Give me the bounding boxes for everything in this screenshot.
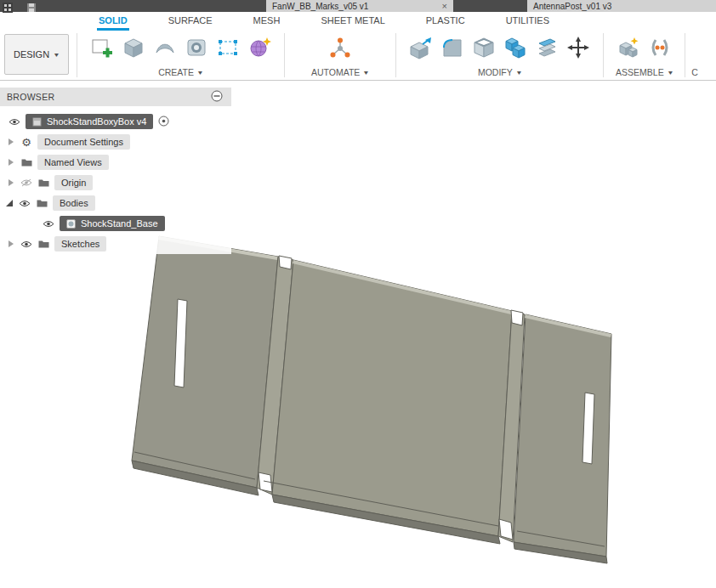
ribbon-tab-mesh[interactable]: MESH xyxy=(252,13,282,31)
tree-label-pill[interactable]: Origin xyxy=(54,175,93,190)
tree-row-document-settings[interactable]: ⚙ Document Settings xyxy=(0,132,231,152)
ribbon-tab-solid[interactable]: SOLID xyxy=(97,13,129,31)
model-slot-cutout xyxy=(582,393,594,464)
move-copy-icon[interactable] xyxy=(565,33,592,62)
body-icon xyxy=(66,219,76,229)
visibility-eye-icon[interactable] xyxy=(19,200,31,207)
save-icon[interactable] xyxy=(26,1,37,11)
toolbar-separator xyxy=(603,33,604,77)
expand-arrow-icon[interactable] xyxy=(7,240,15,248)
new-component-icon[interactable] xyxy=(615,33,642,62)
document-tab[interactable]: FanW_BB_Marks_v05 v1 × xyxy=(266,0,453,12)
component-label-pill[interactable]: ShockStandBoxyBox v4 xyxy=(26,114,153,129)
browser-header: BROWSER xyxy=(0,88,231,106)
document-tab-label: AntennaPost_v01 v3 xyxy=(533,2,611,11)
visibility-eye-icon[interactable] xyxy=(9,118,20,126)
expand-arrow-icon[interactable] xyxy=(7,158,15,167)
visibility-eye-icon[interactable] xyxy=(20,240,32,248)
document-tab-label: FanW_BB_Marks_v05 v1 xyxy=(272,2,368,11)
toolbar: DESIGN ▼ CREATE ▼ xyxy=(0,31,716,81)
assemble-menu[interactable]: ASSEMBLE ▼ xyxy=(615,67,673,78)
folder-icon xyxy=(37,240,49,248)
document-tab[interactable]: AntennaPost_v01 v3 × xyxy=(527,0,716,12)
dropdown-caret-icon: ▼ xyxy=(53,52,60,58)
clipped-menu[interactable]: C xyxy=(691,67,698,78)
fillet-icon[interactable] xyxy=(439,33,466,62)
collapse-browser-icon[interactable] xyxy=(211,90,223,104)
tree-label-pill[interactable]: Document Settings xyxy=(37,134,130,150)
folder-icon xyxy=(37,178,49,187)
ribbon-tab-plastic[interactable]: PLASTIC xyxy=(424,13,467,31)
gear-icon: ⚙ xyxy=(20,137,32,148)
tree-row-sketches[interactable]: Sketches xyxy=(0,234,231,254)
dropdown-caret-icon: ▼ xyxy=(196,70,203,76)
grid-menu-icon[interactable] xyxy=(3,1,13,11)
design-dropdown[interactable]: DESIGN ▼ xyxy=(4,34,69,75)
pattern-icon[interactable] xyxy=(214,33,242,62)
folder-icon xyxy=(36,199,48,207)
browser-panel: BROWSER ShockStandBoxyBox v4 xyxy=(0,88,231,254)
expand-arrow-icon[interactable] xyxy=(7,178,15,187)
toolbar-group-create: CREATE ▼ xyxy=(80,31,281,80)
browser-tree: ShockStandBoxyBox v4 ⚙ Document Settings xyxy=(0,106,231,254)
model-face-right-panel[interactable] xyxy=(514,314,611,557)
tree-row-body[interactable]: ShockStand_Base xyxy=(0,213,231,234)
ribbon-tab-utilities[interactable]: UTILITIES xyxy=(504,13,551,31)
toolbar-separator xyxy=(77,33,77,77)
visibility-eye-off-icon[interactable] xyxy=(20,178,32,187)
extrude-icon[interactable] xyxy=(120,33,147,62)
model-face-left-panel[interactable] xyxy=(132,236,278,488)
configure-icon[interactable] xyxy=(327,33,354,62)
tree-row-bodies[interactable]: Bodies xyxy=(0,193,231,213)
model-face-center-panel[interactable] xyxy=(272,260,512,536)
ribbon-tab-sheet-metal[interactable]: SHEET METAL xyxy=(319,13,386,31)
component-icon xyxy=(32,117,42,127)
toolbar-separator xyxy=(284,33,285,77)
tree-label-pill[interactable]: Named Views xyxy=(37,155,109,170)
body-label-pill[interactable]: ShockStand_Base xyxy=(60,216,165,231)
tree-label-pill[interactable]: Sketches xyxy=(54,236,106,252)
sweep-icon[interactable] xyxy=(151,33,179,62)
design-dropdown-label: DESIGN xyxy=(14,49,49,59)
toolbar-group-clipped: C xyxy=(688,31,698,80)
joint-icon[interactable] xyxy=(646,33,673,62)
toolbar-group-automate: AUTOMATE ▼ xyxy=(287,31,393,80)
tree-row-named-views[interactable]: Named Views xyxy=(0,152,231,172)
press-pull-icon[interactable] xyxy=(407,33,435,62)
automate-menu[interactable]: AUTOMATE ▼ xyxy=(311,67,369,78)
model-bend-relief xyxy=(511,310,523,325)
toolbar-group-modify: MODIFY ▼ xyxy=(399,31,600,80)
create-sketch-icon[interactable] xyxy=(88,33,116,62)
shell-icon[interactable] xyxy=(470,33,497,62)
create-form-icon[interactable] xyxy=(246,33,273,62)
ribbon-tab-surface[interactable]: SURFACE xyxy=(167,13,214,31)
tree-item-label: Origin xyxy=(61,178,86,188)
tree-item-label: Sketches xyxy=(61,239,99,249)
clipped-menu-label: C xyxy=(691,67,698,77)
model-bend-relief xyxy=(279,256,292,269)
tree-item-label: Document Settings xyxy=(44,137,123,147)
browser-title: BROWSER xyxy=(7,92,54,102)
activate-component-icon[interactable] xyxy=(158,116,169,128)
tree-row-origin[interactable]: Origin xyxy=(0,172,231,193)
tree-label-pill[interactable]: Bodies xyxy=(53,195,95,211)
model-bend-relief xyxy=(499,519,513,540)
modify-menu[interactable]: MODIFY ▼ xyxy=(407,67,592,78)
document-tab-bar: FanW_BB_Marks_v05 v1 × AntennaPost_v01 v… xyxy=(0,0,716,12)
tree-item-label: Named Views xyxy=(44,157,102,167)
combine-icon[interactable] xyxy=(502,33,529,62)
tree-item-label: ShockStand_Base xyxy=(81,218,158,229)
create-menu-label: CREATE xyxy=(158,67,194,77)
visibility-eye-icon[interactable] xyxy=(43,220,54,228)
expand-arrow-icon[interactable] xyxy=(7,138,15,146)
hole-icon[interactable] xyxy=(183,33,210,62)
collapse-arrow-icon[interactable] xyxy=(5,199,14,207)
automate-menu-label: AUTOMATE xyxy=(311,67,360,77)
dropdown-caret-icon: ▼ xyxy=(515,70,522,76)
offset-face-icon[interactable] xyxy=(533,33,560,62)
close-tab-icon[interactable]: × xyxy=(442,2,447,10)
dropdown-caret-icon: ▼ xyxy=(363,70,370,76)
create-menu[interactable]: CREATE ▼ xyxy=(88,67,273,78)
tree-row-component[interactable]: ShockStandBoxyBox v4 xyxy=(0,111,231,132)
viewport-canvas[interactable]: BROWSER ShockStandBoxyBox v4 xyxy=(0,81,716,588)
